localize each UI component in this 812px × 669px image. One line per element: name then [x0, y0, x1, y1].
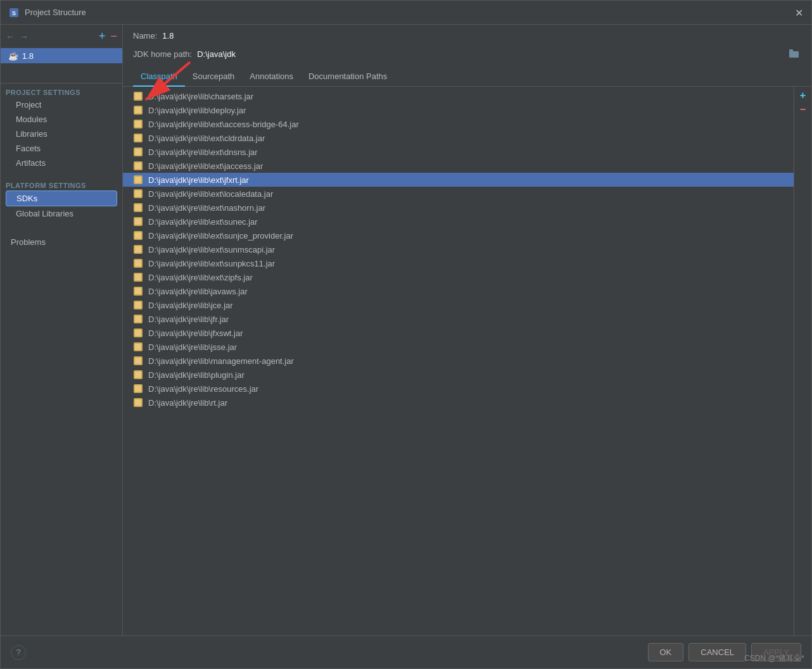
- jar-item[interactable]: D:\java\jdk\jre\lib\plugin.jar: [123, 368, 794, 382]
- jar-path: D:\java\jdk\jre\lib\ext\sunec.jar: [148, 217, 258, 227]
- sidebar-item-modules[interactable]: Modules: [6, 112, 117, 127]
- jar-item[interactable]: D:\java\jdk\jre\lib\management-agent.jar: [123, 354, 794, 368]
- tab-sourcepath[interactable]: Sourcepath: [185, 67, 243, 87]
- svg-rect-3: [789, 49, 793, 52]
- platform-settings-section: Platform Settings SDKs Global Libraries: [1, 177, 122, 222]
- add-sdk-button[interactable]: +: [99, 30, 106, 43]
- platform-settings-title: Platform Settings: [6, 182, 117, 189]
- cancel-button[interactable]: CANCEL: [688, 643, 746, 661]
- jar-item[interactable]: D:\java\jdk\jre\lib\ext\sunpkcs11.jar: [123, 256, 794, 270]
- jar-icon: [133, 189, 143, 199]
- jar-icon: [133, 91, 143, 101]
- name-value: 1.8: [162, 31, 174, 41]
- jar-item[interactable]: D:\java\jdk\jre\lib\ext\jfxrt.jar: [123, 173, 794, 187]
- sdk-list: ☕ 1.8: [1, 46, 122, 84]
- project-settings-section: Project Settings Project Modules Librari…: [1, 84, 122, 172]
- jar-item[interactable]: D:\java\jdk\jre\lib\jsse.jar: [123, 340, 794, 354]
- tab-classpath[interactable]: Classpath: [133, 67, 185, 87]
- jar-path: D:\java\jdk\jre\lib\ext\sunjce_provider.…: [148, 231, 293, 241]
- jar-item[interactable]: D:\java\jdk\jre\lib\rt.jar: [123, 396, 794, 410]
- sidebar-item-sdks[interactable]: SDKs: [6, 191, 117, 206]
- problems-section[interactable]: Problems: [1, 235, 122, 249]
- sidebar-item-project[interactable]: Project: [6, 97, 117, 112]
- sdk-item-18[interactable]: ☕ 1.8: [1, 48, 122, 63]
- nav-forward-arrow[interactable]: →: [20, 32, 29, 42]
- remove-sdk-button[interactable]: −: [110, 30, 117, 43]
- jar-icon: [133, 244, 143, 254]
- jar-path: D:\java\jdk\jre\lib\rt.jar: [148, 398, 227, 408]
- sidebar-item-libraries[interactable]: Libraries: [6, 127, 117, 141]
- sidebar-item-global-libraries[interactable]: Global Libraries: [6, 206, 117, 221]
- jar-item[interactable]: D:\java\jdk\jre\lib\ext\dnsns.jar: [123, 145, 794, 159]
- right-panel: Name: 1.8 JDK home path: D:\java\jdk: [123, 25, 811, 635]
- tab-documentation-paths[interactable]: Documentation Paths: [301, 67, 395, 87]
- jar-icon: [133, 105, 143, 115]
- ok-button[interactable]: OK: [648, 643, 684, 661]
- jar-item[interactable]: D:\java\jdk\jre\lib\ext\sunec.jar: [123, 215, 794, 228]
- jar-icon: [133, 175, 143, 185]
- jar-item[interactable]: D:\java\jdk\jre\lib\javaws.jar: [123, 284, 794, 298]
- jar-path: D:\java\jdk\jre\lib\ext\cldrdata.jar: [148, 134, 265, 143]
- app-icon: S: [8, 7, 20, 18]
- nav-back-arrow[interactable]: ←: [6, 32, 15, 42]
- jar-icon: [133, 230, 143, 241]
- jar-icon: [133, 356, 143, 366]
- jar-icon: [133, 119, 143, 129]
- sdk-icon: ☕: [8, 51, 18, 61]
- watermark: CSDN @*猪耳朵*: [744, 653, 804, 664]
- jar-item[interactable]: D:\java\jdk\jre\lib\ext\zipfs.jar: [123, 270, 794, 284]
- name-row: Name: 1.8: [123, 25, 811, 44]
- jar-icon: [133, 258, 143, 268]
- jar-item[interactable]: D:\java\jdk\jre\lib\ext\sunjce_provider.…: [123, 228, 794, 242]
- project-settings-title: Project Settings: [6, 89, 117, 96]
- jar-item[interactable]: D:\java\jdk\jre\lib\ext\localedata.jar: [123, 187, 794, 201]
- jar-item[interactable]: D:\java\jdk\jre\lib\deploy.jar: [123, 103, 794, 117]
- jar-icon: [133, 300, 143, 310]
- jar-item[interactable]: D:\java\jdk\jre\lib\ext\cldrdata.jar: [123, 131, 794, 145]
- jar-icon: [133, 216, 143, 227]
- jar-item[interactable]: D:\java\jdk\jre\lib\resources.jar: [123, 382, 794, 396]
- sidebar-item-facets[interactable]: Facets: [6, 141, 117, 156]
- jar-icon: [133, 272, 143, 282]
- svg-text:S: S: [12, 10, 16, 16]
- jar-path: D:\java\jdk\jre\lib\charsets.jar: [148, 92, 253, 101]
- jar-icon: [133, 133, 143, 143]
- title-bar: S Project Structure ✕: [1, 1, 811, 25]
- jar-path: D:\java\jdk\jre\lib\management-agent.jar: [148, 356, 294, 366]
- jar-item[interactable]: D:\java\jdk\jre\lib\ext\sunmscapi.jar: [123, 242, 794, 256]
- jdk-home-label: JDK home path:: [133, 49, 192, 59]
- jar-path: D:\java\jdk\jre\lib\ext\localedata.jar: [148, 189, 273, 199]
- list-action-sidebar: + −: [794, 87, 811, 635]
- jdk-home-row: JDK home path: D:\java\jdk: [123, 44, 811, 67]
- jar-path: D:\java\jdk\jre\lib\ext\access-bridge-64…: [148, 120, 299, 129]
- jar-item[interactable]: D:\java\jdk\jre\lib\ext\nashorn.jar: [123, 201, 794, 215]
- classpath-panel: D:\java\jdk\jre\lib\charsets.jarD:\java\…: [123, 87, 811, 635]
- jar-icon: [133, 161, 143, 171]
- jar-item[interactable]: D:\java\jdk\jre\lib\ext\access-bridge-64…: [123, 117, 794, 131]
- sidebar: ← → + − ☕ 1.8 Project Settings Projec: [1, 25, 123, 635]
- jar-path: D:\java\jdk\jre\lib\resources.jar: [148, 384, 258, 394]
- jar-icon: [133, 328, 143, 338]
- jar-icon: [133, 147, 143, 157]
- name-label: Name:: [133, 31, 157, 41]
- svg-rect-2: [789, 51, 799, 58]
- jar-icon: [133, 342, 143, 352]
- jar-item[interactable]: D:\java\jdk\jre\lib\jfr.jar: [123, 312, 794, 326]
- jdk-home-value: D:\java\jdk: [197, 49, 782, 59]
- jar-item[interactable]: D:\java\jdk\jre\lib\ext\jaccess.jar: [123, 159, 794, 173]
- add-jar-button[interactable]: +: [797, 89, 809, 102]
- jar-item[interactable]: D:\java\jdk\jre\lib\jfxswt.jar: [123, 326, 794, 340]
- jar-item[interactable]: D:\java\jdk\jre\lib\jce.jar: [123, 298, 794, 312]
- close-button[interactable]: ✕: [795, 8, 804, 17]
- footer: ? OK CANCEL APPLY: [1, 635, 811, 668]
- help-button[interactable]: ?: [11, 645, 26, 660]
- jar-icon: [133, 397, 143, 408]
- jar-path: D:\java\jdk\jre\lib\ext\jfxrt.jar: [148, 175, 249, 185]
- sidebar-item-artifacts[interactable]: Artifacts: [6, 156, 117, 170]
- remove-jar-button[interactable]: −: [797, 103, 809, 116]
- browse-folder-button[interactable]: [787, 47, 801, 61]
- jar-list: D:\java\jdk\jre\lib\charsets.jarD:\java\…: [123, 87, 794, 635]
- tab-annotations[interactable]: Annotations: [242, 67, 301, 87]
- jar-item[interactable]: D:\java\jdk\jre\lib\charsets.jar: [123, 89, 794, 103]
- jar-path: D:\java\jdk\jre\lib\ext\dnsns.jar: [148, 147, 258, 157]
